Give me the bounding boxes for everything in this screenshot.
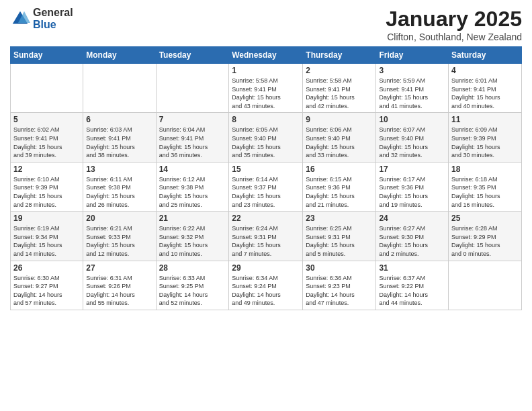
calendar-week-2: 5Sunrise: 6:02 AM Sunset: 9:41 PM Daylig… (11, 113, 522, 162)
calendar-cell: 26Sunrise: 6:30 AM Sunset: 9:27 PM Dayli… (11, 261, 83, 310)
day-number: 17 (379, 165, 445, 174)
calendar-cell: 24Sunrise: 6:27 AM Sunset: 9:30 PM Dayli… (376, 212, 449, 261)
day-info: Sunrise: 6:21 AM Sunset: 9:33 PM Dayligh… (86, 224, 152, 258)
calendar-week-1: 1Sunrise: 5:58 AM Sunset: 9:41 PM Daylig… (11, 64, 522, 113)
day-info: Sunrise: 6:18 AM Sunset: 9:35 PM Dayligh… (451, 175, 519, 209)
day-number: 11 (451, 115, 519, 124)
calendar-cell (156, 64, 229, 113)
day-number: 27 (86, 263, 152, 273)
day-info: Sunrise: 6:27 AM Sunset: 9:30 PM Dayligh… (379, 224, 445, 258)
calendar-cell: 17Sunrise: 6:17 AM Sunset: 9:36 PM Dayli… (376, 162, 449, 211)
day-info: Sunrise: 6:30 AM Sunset: 9:27 PM Dayligh… (13, 274, 80, 308)
day-number: 18 (451, 165, 519, 174)
day-number: 19 (13, 214, 80, 223)
day-info: Sunrise: 6:17 AM Sunset: 9:36 PM Dayligh… (379, 175, 445, 209)
calendar-cell: 9Sunrise: 6:06 AM Sunset: 9:40 PM Daylig… (303, 113, 376, 162)
calendar-cell: 18Sunrise: 6:18 AM Sunset: 9:35 PM Dayli… (449, 162, 522, 211)
calendar-week-5: 26Sunrise: 6:30 AM Sunset: 9:27 PM Dayli… (11, 261, 522, 310)
calendar-cell: 5Sunrise: 6:02 AM Sunset: 9:41 PM Daylig… (11, 113, 83, 162)
day-info: Sunrise: 6:04 AM Sunset: 9:41 PM Dayligh… (159, 126, 226, 159)
logo-blue-text: Blue (33, 19, 73, 31)
day-number: 8 (232, 115, 300, 124)
day-info: Sunrise: 6:28 AM Sunset: 9:29 PM Dayligh… (451, 224, 519, 258)
day-number: 14 (159, 165, 226, 174)
day-info: Sunrise: 6:19 AM Sunset: 9:34 PM Dayligh… (13, 224, 80, 258)
day-number: 23 (306, 214, 373, 223)
logo-text: General Blue (33, 7, 73, 30)
day-info: Sunrise: 6:07 AM Sunset: 9:40 PM Dayligh… (379, 126, 445, 159)
day-info: Sunrise: 6:12 AM Sunset: 9:38 PM Dayligh… (159, 175, 226, 209)
day-info: Sunrise: 6:22 AM Sunset: 9:32 PM Dayligh… (159, 224, 226, 258)
day-number: 20 (86, 214, 152, 223)
calendar-cell: 21Sunrise: 6:22 AM Sunset: 9:32 PM Dayli… (156, 212, 229, 261)
col-sunday: Sunday (11, 47, 83, 64)
day-info: Sunrise: 6:09 AM Sunset: 9:39 PM Dayligh… (451, 126, 519, 159)
day-info: Sunrise: 5:58 AM Sunset: 9:41 PM Dayligh… (232, 77, 300, 110)
day-number: 6 (86, 115, 152, 124)
day-info: Sunrise: 6:14 AM Sunset: 9:37 PM Dayligh… (232, 175, 300, 209)
day-info: Sunrise: 6:25 AM Sunset: 9:31 PM Dayligh… (306, 224, 373, 258)
day-number: 10 (379, 115, 445, 124)
col-wednesday: Wednesday (229, 47, 303, 64)
calendar-cell: 29Sunrise: 6:34 AM Sunset: 9:24 PM Dayli… (229, 261, 303, 310)
calendar-week-4: 19Sunrise: 6:19 AM Sunset: 9:34 PM Dayli… (11, 212, 522, 261)
day-number: 12 (13, 165, 80, 174)
logo-icon (10, 9, 30, 29)
logo: General Blue (10, 7, 73, 30)
calendar-week-3: 12Sunrise: 6:10 AM Sunset: 9:39 PM Dayli… (11, 162, 522, 211)
day-number: 9 (306, 115, 373, 124)
logo-general-text: General (33, 7, 73, 19)
day-number: 31 (379, 263, 445, 273)
calendar-cell: 30Sunrise: 6:36 AM Sunset: 9:23 PM Dayli… (303, 261, 376, 310)
calendar-cell: 1Sunrise: 5:58 AM Sunset: 9:41 PM Daylig… (229, 64, 303, 113)
calendar-cell: 3Sunrise: 5:59 AM Sunset: 9:41 PM Daylig… (376, 64, 449, 113)
day-number: 3 (379, 66, 445, 75)
calendar-cell: 16Sunrise: 6:15 AM Sunset: 9:36 PM Dayli… (303, 162, 376, 211)
day-info: Sunrise: 6:05 AM Sunset: 9:40 PM Dayligh… (232, 126, 300, 159)
calendar-cell: 20Sunrise: 6:21 AM Sunset: 9:33 PM Dayli… (83, 212, 156, 261)
header-row: Sunday Monday Tuesday Wednesday Thursday… (11, 47, 522, 64)
day-info: Sunrise: 6:10 AM Sunset: 9:39 PM Dayligh… (13, 175, 80, 209)
calendar-cell: 13Sunrise: 6:11 AM Sunset: 9:38 PM Dayli… (83, 162, 156, 211)
calendar-cell (449, 261, 522, 310)
day-info: Sunrise: 6:03 AM Sunset: 9:41 PM Dayligh… (86, 126, 152, 159)
day-info: Sunrise: 6:37 AM Sunset: 9:22 PM Dayligh… (379, 274, 445, 308)
calendar-cell: 8Sunrise: 6:05 AM Sunset: 9:40 PM Daylig… (229, 113, 303, 162)
day-number: 1 (232, 66, 300, 75)
day-number: 26 (13, 263, 80, 273)
calendar-cell: 25Sunrise: 6:28 AM Sunset: 9:29 PM Dayli… (449, 212, 522, 261)
day-number: 5 (13, 115, 80, 124)
calendar-cell: 27Sunrise: 6:31 AM Sunset: 9:26 PM Dayli… (83, 261, 156, 310)
col-tuesday: Tuesday (156, 47, 229, 64)
calendar-cell: 14Sunrise: 6:12 AM Sunset: 9:38 PM Dayli… (156, 162, 229, 211)
day-info: Sunrise: 6:33 AM Sunset: 9:25 PM Dayligh… (159, 274, 226, 308)
calendar-subtitle: Clifton, Southland, New Zealand (386, 32, 522, 42)
calendar-cell: 15Sunrise: 6:14 AM Sunset: 9:37 PM Dayli… (229, 162, 303, 211)
col-thursday: Thursday (303, 47, 376, 64)
day-info: Sunrise: 6:15 AM Sunset: 9:36 PM Dayligh… (306, 175, 373, 209)
calendar-cell: 4Sunrise: 6:01 AM Sunset: 9:41 PM Daylig… (449, 64, 522, 113)
day-number: 7 (159, 115, 226, 124)
col-monday: Monday (83, 47, 156, 64)
calendar-cell: 22Sunrise: 6:24 AM Sunset: 9:31 PM Dayli… (229, 212, 303, 261)
calendar-cell: 6Sunrise: 6:03 AM Sunset: 9:41 PM Daylig… (83, 113, 156, 162)
day-info: Sunrise: 6:02 AM Sunset: 9:41 PM Dayligh… (13, 126, 80, 159)
day-info: Sunrise: 6:31 AM Sunset: 9:26 PM Dayligh… (86, 274, 152, 308)
day-info: Sunrise: 6:11 AM Sunset: 9:38 PM Dayligh… (86, 175, 152, 209)
calendar-cell: 19Sunrise: 6:19 AM Sunset: 9:34 PM Dayli… (11, 212, 83, 261)
calendar-table: Sunday Monday Tuesday Wednesday Thursday… (10, 46, 522, 310)
day-info: Sunrise: 6:24 AM Sunset: 9:31 PM Dayligh… (232, 224, 300, 258)
col-friday: Friday (376, 47, 449, 64)
calendar-cell: 28Sunrise: 6:33 AM Sunset: 9:25 PM Dayli… (156, 261, 229, 310)
title-block: January 2025 Clifton, Southland, New Zea… (386, 7, 522, 42)
calendar-cell (83, 64, 156, 113)
day-info: Sunrise: 5:59 AM Sunset: 9:41 PM Dayligh… (379, 77, 445, 110)
day-number: 28 (159, 263, 226, 273)
day-number: 29 (232, 263, 300, 273)
calendar-cell: 11Sunrise: 6:09 AM Sunset: 9:39 PM Dayli… (449, 113, 522, 162)
header: General Blue January 2025 Clifton, South… (10, 7, 522, 42)
day-number: 24 (379, 214, 445, 223)
day-info: Sunrise: 5:58 AM Sunset: 9:41 PM Dayligh… (306, 77, 373, 110)
calendar-cell: 31Sunrise: 6:37 AM Sunset: 9:22 PM Dayli… (376, 261, 449, 310)
day-number: 4 (451, 66, 519, 75)
